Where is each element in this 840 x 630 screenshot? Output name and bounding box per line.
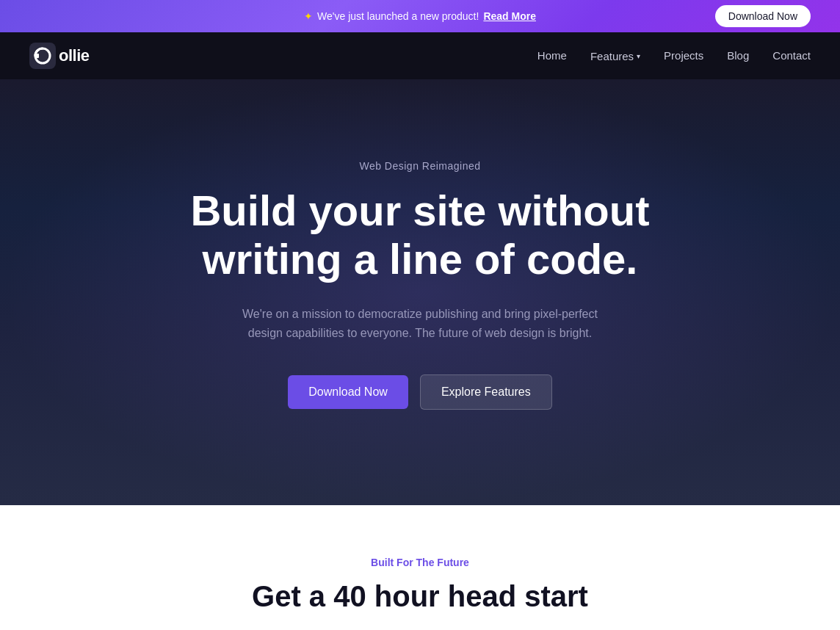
nav-item-contact[interactable]: Contact [772, 49, 811, 62]
nav-link-contact[interactable]: Contact [772, 49, 811, 62]
nav-item-home[interactable]: Home [537, 49, 567, 62]
announcement-text: ✦ We've just launched a new product! Rea… [304, 10, 536, 22]
star-icon: ✦ [304, 10, 313, 22]
hero-section: Web Design Reimagined Build your site wi… [0, 79, 840, 505]
svg-rect-1 [35, 54, 39, 58]
nav-link-projects[interactable]: Projects [664, 49, 703, 62]
features-section: Built For The Future Get a 40 hour head … [0, 505, 840, 630]
hero-download-button[interactable]: Download Now [288, 375, 408, 409]
features-tag: Built For The Future [29, 557, 811, 568]
nav-item-blog[interactable]: Blog [727, 49, 749, 62]
chevron-down-icon: ▾ [637, 52, 640, 60]
nav-link-features[interactable]: Features ▾ [590, 50, 640, 62]
announcement-message: We've just launched a new product! [317, 10, 479, 22]
hero-title: Build your site without writing a line o… [163, 187, 677, 284]
nav-item-features[interactable]: Features ▾ [590, 50, 640, 62]
svg-rect-0 [29, 43, 56, 69]
hero-explore-button[interactable]: Explore Features [420, 374, 552, 410]
nav-link-home[interactable]: Home [537, 49, 567, 62]
nav-item-projects[interactable]: Projects [664, 49, 703, 62]
logo-icon [29, 43, 56, 69]
announcement-download-button[interactable]: Download Now [715, 5, 811, 27]
logo-text: ollie [59, 46, 90, 65]
hero-subtitle: Web Design Reimagined [359, 160, 480, 172]
logo[interactable]: ollie [29, 43, 90, 69]
hero-buttons: Download Now Explore Features [288, 374, 551, 410]
navbar: ollie Home Features ▾ Projects Blog Cont… [0, 32, 840, 79]
announcement-bar: ✦ We've just launched a new product! Rea… [0, 0, 840, 32]
nav-link-blog[interactable]: Blog [727, 49, 749, 62]
read-more-link[interactable]: Read More [483, 10, 536, 22]
hero-description: We're on a mission to democratize publis… [229, 305, 611, 342]
features-title: Get a 40 hour head start [29, 580, 811, 613]
nav-links: Home Features ▾ Projects Blog Contact [537, 49, 811, 62]
